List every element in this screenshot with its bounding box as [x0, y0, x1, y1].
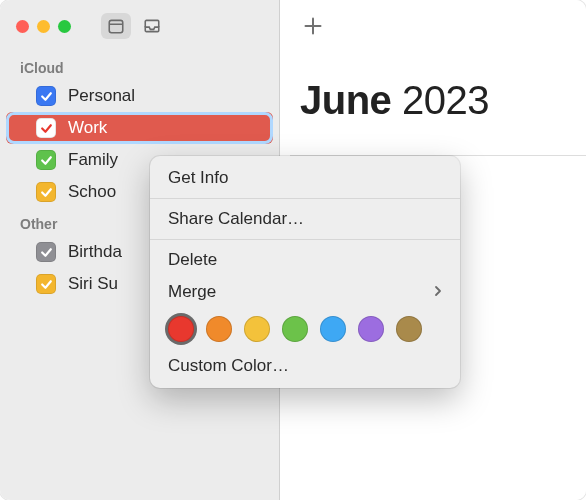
menu-item-custom-color[interactable]: Custom Color… — [150, 350, 460, 382]
year-label: 2023 — [402, 78, 489, 122]
calendar-icon — [107, 17, 125, 35]
add-event-button[interactable] — [300, 13, 326, 39]
titlebar — [0, 0, 279, 52]
color-swatch-blue[interactable] — [320, 316, 346, 342]
calendar-label: Schoo — [68, 182, 116, 202]
color-swatch-orange[interactable] — [206, 316, 232, 342]
color-swatch-green[interactable] — [282, 316, 308, 342]
month-label: June — [300, 78, 391, 122]
window-controls — [16, 20, 71, 33]
calendar-label: Personal — [68, 86, 135, 106]
plus-icon — [303, 16, 323, 36]
menu-separator — [150, 198, 460, 199]
checkmark-icon — [40, 278, 53, 291]
menu-item-share-calendar[interactable]: Share Calendar… — [150, 203, 460, 235]
calendar-label: Family — [68, 150, 118, 170]
checkbox-work[interactable] — [36, 118, 56, 138]
close-window-button[interactable] — [16, 20, 29, 33]
calendar-label: Work — [68, 118, 107, 138]
menu-item-delete[interactable]: Delete — [150, 244, 460, 276]
color-swatch-purple[interactable] — [358, 316, 384, 342]
menu-item-merge[interactable]: Merge — [150, 276, 460, 308]
calendar-label: Birthda — [68, 242, 122, 262]
checkbox-personal[interactable] — [36, 86, 56, 106]
menu-item-label: Get Info — [168, 168, 228, 188]
menu-item-label: Merge — [168, 282, 216, 302]
minimize-window-button[interactable] — [37, 20, 50, 33]
color-swatch-red[interactable] — [168, 316, 194, 342]
checkmark-icon — [40, 90, 53, 103]
calendar-label: Siri Su — [68, 274, 118, 294]
month-title: June 2023 — [300, 78, 489, 123]
calendar-item-work[interactable]: Work — [6, 112, 273, 144]
checkmark-icon — [40, 246, 53, 259]
checkmark-icon — [40, 154, 53, 167]
menu-item-label: Share Calendar… — [168, 209, 304, 229]
calendar-item-personal[interactable]: Personal — [0, 80, 279, 112]
checkbox-family[interactable] — [36, 150, 56, 170]
checkbox-birthdays[interactable] — [36, 242, 56, 262]
menu-item-label: Delete — [168, 250, 217, 270]
checkbox-siri[interactable] — [36, 274, 56, 294]
svg-rect-0 — [109, 20, 123, 32]
zoom-window-button[interactable] — [58, 20, 71, 33]
menu-item-get-info[interactable]: Get Info — [150, 162, 460, 194]
menu-color-picker — [150, 308, 460, 350]
menu-item-label: Custom Color… — [168, 356, 289, 376]
tray-icon — [143, 17, 161, 35]
checkmark-icon — [40, 186, 53, 199]
context-menu: Get Info Share Calendar… Delete Merge Cu… — [150, 156, 460, 388]
checkbox-school[interactable] — [36, 182, 56, 202]
color-swatch-brown[interactable] — [396, 316, 422, 342]
menu-separator — [150, 239, 460, 240]
chevron-right-icon — [434, 282, 442, 302]
inbox-button[interactable] — [137, 13, 167, 39]
calendar-view-button[interactable] — [101, 13, 131, 39]
checkmark-icon — [40, 122, 53, 135]
color-swatch-yellow[interactable] — [244, 316, 270, 342]
main-toolbar — [280, 0, 586, 52]
sidebar-section-icloud: iCloud — [0, 52, 279, 80]
